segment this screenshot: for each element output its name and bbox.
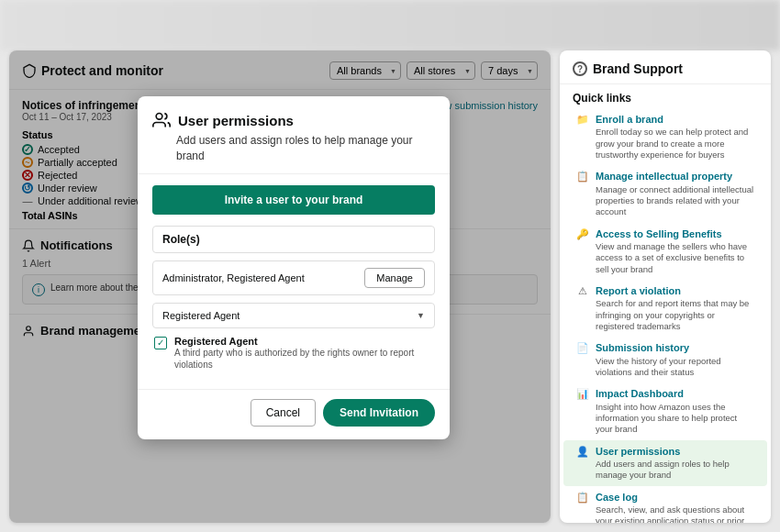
- quick-link-item-7[interactable]: 📋Case logSearch, view, and ask questions…: [563, 486, 767, 523]
- checkbox-desc: A third party who is authorized by the r…: [174, 347, 433, 371]
- quick-link-item-2[interactable]: 🔑Access to Selling BenefitsView and mana…: [563, 223, 767, 280]
- modal-overlay: User permissions Add users and assign ro…: [9, 50, 551, 523]
- quick-link-title-5: Impact Dashboard: [596, 387, 754, 400]
- quick-link-title-6: User permissions: [596, 445, 754, 458]
- quick-link-title-3: Report a violation: [596, 284, 754, 297]
- question-icon: ?: [573, 61, 587, 76]
- quick-link-item-1[interactable]: 📋Manage intellectual propertyManage or c…: [563, 165, 767, 222]
- quick-link-desc-3: Search for and report items that may be …: [596, 298, 754, 332]
- roles-label: Role(s): [162, 233, 200, 246]
- quick-links-container: 📁Enroll a brandEnroll today so we can he…: [560, 108, 771, 523]
- quick-link-content-4: Submission historyView the history of yo…: [596, 341, 754, 378]
- roles-row: Role(s): [152, 226, 435, 253]
- quick-link-title-1: Manage intellectual property: [596, 170, 754, 183]
- brand-support-title: Brand Support: [593, 61, 683, 76]
- quick-link-item-5[interactable]: 📊Impact DashboardInsight into how Amazon…: [563, 382, 767, 439]
- modal-title-row: User permissions: [152, 111, 435, 129]
- quick-link-icon-0: 📁: [576, 114, 588, 126]
- quick-link-title-4: Submission history: [596, 341, 754, 354]
- send-invitation-button[interactable]: Send Invitation: [323, 399, 435, 427]
- user-permissions-modal: User permissions Add users and assign ro…: [138, 96, 450, 439]
- quick-link-icon-4: 📄: [576, 342, 588, 354]
- quick-link-icon-3: ⚠: [576, 285, 588, 297]
- checkbox-content: Registered Agent A third party who is au…: [174, 336, 433, 371]
- quick-link-item-3[interactable]: ⚠Report a violationSearch for and report…: [563, 280, 767, 337]
- quick-link-desc-6: Add users and assign roles to help manag…: [596, 459, 754, 482]
- quick-link-icon-7: 📋: [576, 492, 588, 504]
- modal-subtitle: Add users and assign roles to help manag…: [152, 133, 435, 164]
- left-panel: Protect and monitor All brands All store…: [9, 50, 551, 523]
- quick-link-content-1: Manage intellectual propertyManage or co…: [596, 170, 754, 217]
- quick-link-desc-1: Manage or connect additional intellectua…: [596, 184, 754, 218]
- quick-link-desc-4: View the history of your reported violat…: [596, 356, 754, 379]
- quick-link-desc-2: View and manage the sellers who have acc…: [596, 241, 754, 275]
- quick-link-content-7: Case logSearch, view, and ask questions …: [596, 491, 754, 523]
- quick-link-title-2: Access to Selling Benefits: [596, 227, 754, 240]
- quick-link-desc-5: Insight into how Amazon uses the informa…: [596, 402, 754, 436]
- brand-support-header: ? Brand Support: [560, 50, 771, 84]
- quick-link-desc-0: Enroll today so we can help protect and …: [596, 127, 754, 161]
- cancel-button[interactable]: Cancel: [251, 399, 316, 427]
- main-wrapper: Protect and monitor All brands All store…: [9, 50, 771, 523]
- dropdown-text: Registered Agent: [162, 310, 240, 321]
- quick-link-title-0: Enroll a brand: [596, 113, 754, 126]
- quick-link-content-0: Enroll a brandEnroll today so we can hel…: [596, 113, 754, 161]
- role-dropdown[interactable]: Registered Agent ▼: [152, 303, 435, 328]
- quick-link-content-3: Report a violationSearch for and report …: [596, 284, 754, 332]
- quick-link-desc-7: Search, view, and ask questions about yo…: [596, 504, 754, 523]
- quick-link-content-5: Impact DashboardInsight into how Amazon …: [596, 387, 754, 435]
- blurred-header: [0, 0, 780, 50]
- quick-links-label: Quick links: [560, 84, 771, 108]
- modal-header: User permissions Add users and assign ro…: [138, 96, 450, 174]
- checkbox-row: ✓ Registered Agent A third party who is …: [152, 336, 435, 371]
- invite-user-button[interactable]: Invite a user to your brand: [152, 185, 435, 215]
- dropdown-arrow-icon: ▼: [417, 311, 425, 320]
- current-role-name: Administrator, Registered Agent: [162, 272, 305, 283]
- quick-link-content-2: Access to Selling BenefitsView and manag…: [596, 227, 754, 275]
- quick-link-icon-1: 📋: [576, 171, 588, 183]
- manage-button[interactable]: Manage: [364, 268, 425, 288]
- quick-link-item-4[interactable]: 📄Submission historyView the history of y…: [563, 337, 767, 382]
- checkbox-checked-icon[interactable]: ✓: [154, 337, 167, 349]
- quick-link-title-7: Case log: [596, 491, 754, 504]
- checkbox-title: Registered Agent: [174, 336, 433, 347]
- quick-link-item-0[interactable]: 📁Enroll a brandEnroll today so we can he…: [563, 108, 767, 165]
- right-panel: ? Brand Support Quick links 📁Enroll a br…: [560, 50, 771, 523]
- quick-link-icon-2: 🔑: [576, 228, 588, 240]
- modal-footer: Cancel Send Invitation: [138, 389, 450, 439]
- quick-link-item-6[interactable]: 👤User permissionsAdd users and assign ro…: [563, 440, 767, 486]
- quick-link-icon-5: 📊: [576, 388, 588, 400]
- current-role-row: Administrator, Registered Agent Manage: [152, 260, 435, 295]
- modal-body: Invite a user to your brand Role(s) Admi…: [138, 174, 450, 389]
- quick-link-icon-6: 👤: [576, 446, 588, 458]
- modal-title: User permissions: [178, 113, 294, 128]
- quick-link-content-6: User permissionsAdd users and assign rol…: [596, 445, 754, 482]
- modal-users-icon: [152, 111, 171, 129]
